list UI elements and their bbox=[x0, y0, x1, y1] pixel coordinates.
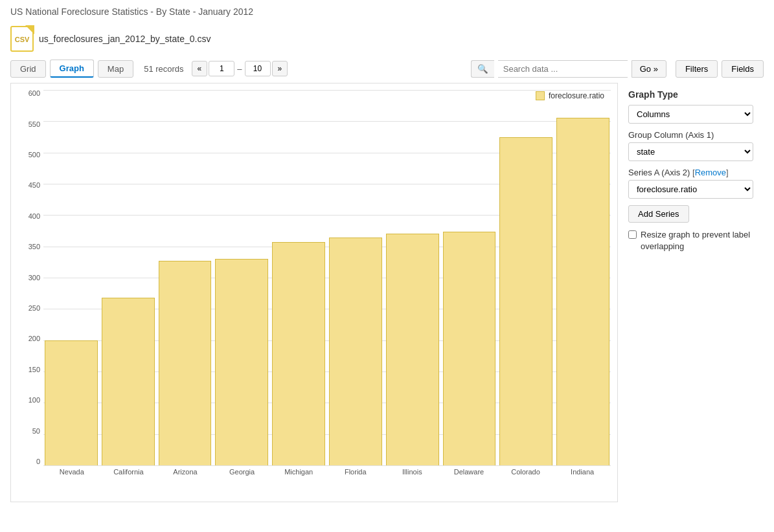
bar-wrap bbox=[159, 90, 212, 465]
x-axis-label: Michigan bbox=[271, 468, 326, 476]
page-title: US National Foreclosure Statistics - By … bbox=[0, 0, 774, 21]
group-column-select[interactable]: state bbox=[628, 142, 753, 161]
bar-wrap bbox=[556, 90, 609, 465]
page-separator: – bbox=[236, 64, 243, 74]
y-axis-label: 0 bbox=[17, 458, 40, 465]
series-a-label: Series A (Axis 2) [Remove] bbox=[628, 168, 753, 177]
x-labels: NevadaCaliforniaArizonaGeorgiaMichiganFl… bbox=[43, 465, 611, 476]
add-series-button[interactable]: Add Series bbox=[628, 205, 689, 223]
file-row: CSV us_foreclosures_jan_2012_by_state_0.… bbox=[0, 21, 774, 57]
fields-button[interactable]: Fields bbox=[722, 60, 764, 78]
toolbar: Grid Graph Map 51 records « – » 🔍 Go » F… bbox=[0, 57, 774, 83]
series-a-select[interactable]: foreclosure.ratio bbox=[628, 180, 753, 199]
file-name: us_foreclosures_jan_2012_by_state_0.csv bbox=[39, 34, 211, 44]
search-icon: 🔍 bbox=[477, 64, 488, 74]
x-axis-label: California bbox=[102, 468, 156, 476]
x-axis-label: Indiana bbox=[555, 468, 609, 476]
filters-button[interactable]: Filters bbox=[676, 60, 718, 78]
y-axis-label: 550 bbox=[17, 121, 40, 128]
y-axis-label: 400 bbox=[17, 213, 40, 220]
bar-wrap bbox=[272, 90, 325, 465]
graph-tab[interactable]: Graph bbox=[50, 60, 94, 78]
x-axis-label: Georgia bbox=[215, 468, 269, 476]
y-axis-label: 300 bbox=[17, 274, 40, 282]
x-axis-label: Nevada bbox=[45, 468, 99, 476]
search-icon-button[interactable]: 🔍 bbox=[471, 60, 494, 78]
bar[interactable] bbox=[386, 234, 439, 465]
y-axis-label: 500 bbox=[17, 151, 40, 159]
bar[interactable] bbox=[45, 340, 98, 465]
x-axis-label: Florida bbox=[328, 468, 383, 476]
search-input[interactable] bbox=[498, 60, 628, 78]
grid-and-bars bbox=[43, 90, 611, 465]
y-axis: 050100150200250300350400450500550600 bbox=[17, 90, 40, 465]
csv-icon: CSV bbox=[10, 26, 34, 52]
resize-row: Resize graph to prevent label overlappin… bbox=[628, 229, 753, 252]
chart-area: 050100150200250300350400450500550600 bbox=[43, 90, 611, 465]
bars-row bbox=[43, 90, 611, 465]
last-page-button[interactable]: » bbox=[272, 61, 288, 76]
bar[interactable] bbox=[215, 259, 268, 465]
bar-wrap bbox=[443, 90, 496, 465]
bar-wrap bbox=[499, 90, 552, 465]
pagination: « – » bbox=[192, 61, 288, 76]
bar-wrap bbox=[329, 90, 382, 465]
page-end-input[interactable] bbox=[245, 61, 271, 76]
group-column-label: Group Column (Axis 1) bbox=[628, 130, 753, 140]
first-page-button[interactable]: « bbox=[192, 61, 208, 76]
map-tab[interactable]: Map bbox=[98, 60, 133, 78]
x-axis-label: Arizona bbox=[158, 468, 212, 476]
chart-container: foreclosure.ratio 0501001502002503003504… bbox=[10, 83, 618, 502]
bar-wrap bbox=[215, 90, 268, 465]
bar[interactable] bbox=[556, 118, 609, 465]
y-axis-label: 150 bbox=[17, 366, 40, 373]
grid-line bbox=[43, 465, 611, 466]
records-count: 51 records bbox=[144, 64, 183, 74]
bar-wrap bbox=[45, 90, 98, 465]
bar[interactable] bbox=[159, 261, 212, 465]
resize-checkbox[interactable] bbox=[628, 230, 637, 239]
go-button[interactable]: Go » bbox=[632, 60, 666, 78]
main-area: foreclosure.ratio 0501001502002503003504… bbox=[0, 83, 774, 502]
side-panel: Graph Type Columns Bars Lines Pie Group … bbox=[618, 83, 764, 502]
bar-wrap bbox=[386, 90, 439, 465]
x-axis-label: Illinois bbox=[385, 468, 440, 476]
bar[interactable] bbox=[102, 298, 155, 465]
bar[interactable] bbox=[499, 137, 552, 466]
y-axis-label: 600 bbox=[17, 90, 40, 97]
y-axis-label: 200 bbox=[17, 335, 40, 342]
bar-wrap bbox=[102, 90, 155, 465]
bar[interactable] bbox=[329, 238, 382, 465]
bar[interactable] bbox=[272, 242, 325, 465]
resize-label: Resize graph to prevent label overlappin… bbox=[641, 229, 753, 252]
x-axis-label: Delaware bbox=[442, 468, 496, 476]
csv-icon-label: CSV bbox=[15, 36, 30, 43]
csv-icon-tab bbox=[25, 25, 34, 34]
y-axis-label: 350 bbox=[17, 243, 40, 250]
graph-type-select[interactable]: Columns Bars Lines Pie bbox=[628, 105, 753, 124]
page-start-input[interactable] bbox=[209, 61, 234, 76]
graph-type-title: Graph Type bbox=[628, 89, 753, 100]
x-axis-label: Colorado bbox=[499, 468, 553, 476]
y-axis-label: 50 bbox=[17, 428, 40, 435]
y-axis-label: 100 bbox=[17, 397, 40, 404]
y-axis-label: 250 bbox=[17, 305, 40, 312]
remove-series-link[interactable]: Remove bbox=[695, 168, 726, 177]
bar[interactable] bbox=[443, 232, 496, 465]
grid-tab[interactable]: Grid bbox=[10, 60, 46, 78]
y-axis-label: 450 bbox=[17, 182, 40, 189]
